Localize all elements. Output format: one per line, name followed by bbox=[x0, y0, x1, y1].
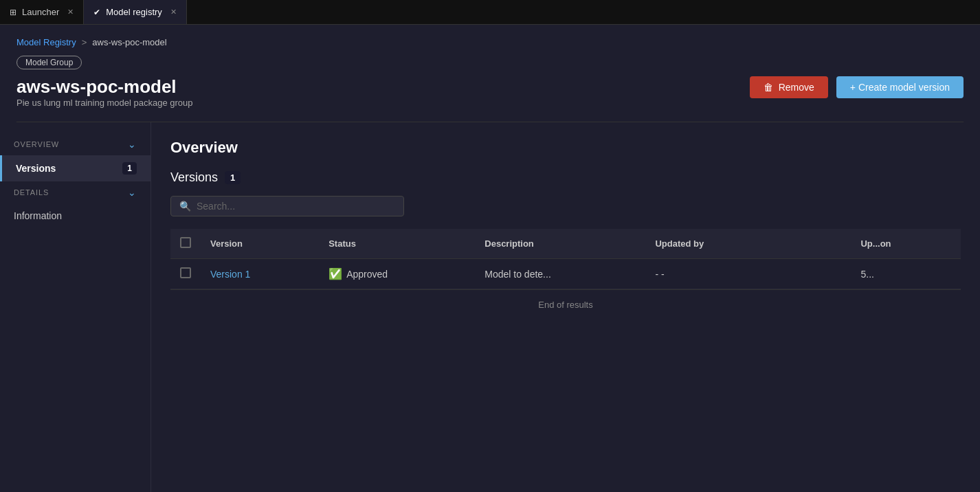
tab-model-registry-close[interactable]: ✕ bbox=[170, 8, 177, 16]
row-version: Version 1 bbox=[201, 259, 319, 289]
create-model-version-button[interactable]: + Create model version bbox=[836, 76, 964, 98]
information-label: Information bbox=[14, 210, 62, 221]
end-of-results: End of results bbox=[170, 289, 961, 320]
page-description: Pie us lung ml training model package gr… bbox=[16, 98, 193, 108]
sidebar-section-details[interactable]: DETAILS ⌄ bbox=[0, 181, 151, 203]
main-area: Model Registry > aws-ws-poc-model Model … bbox=[0, 25, 980, 492]
versions-heading: Versions 1 bbox=[170, 170, 961, 185]
search-bar[interactable]: 🔍 bbox=[170, 196, 404, 216]
row-checkbox[interactable] bbox=[180, 267, 191, 278]
version-link[interactable]: Version 1 bbox=[210, 269, 250, 280]
remove-button[interactable]: 🗑 Remove bbox=[750, 76, 828, 98]
versions-count-badge: 1 bbox=[225, 171, 241, 184]
breadcrumb-current: aws-ws-poc-model bbox=[92, 37, 166, 47]
col-status: Status bbox=[319, 229, 475, 259]
row-checkbox-cell[interactable] bbox=[170, 259, 201, 289]
model-registry-icon: ✔ bbox=[93, 8, 100, 17]
tab-model-registry[interactable]: ✔ Model registry ✕ bbox=[84, 0, 187, 24]
overview-section-label: OVERVIEW bbox=[14, 140, 59, 148]
row-updated-by: - - bbox=[645, 259, 851, 289]
create-label: + Create model version bbox=[850, 82, 950, 93]
sidebar-item-information[interactable]: Information bbox=[0, 203, 151, 228]
details-chevron-icon: ⌄ bbox=[128, 187, 137, 198]
main-content: Overview Versions 1 🔍 Version Status bbox=[151, 122, 980, 492]
row-status: ✅ Approved bbox=[319, 259, 475, 289]
content-layout: OVERVIEW ⌄ Versions 1 DETAILS ⌄ Informat… bbox=[0, 122, 980, 492]
trash-icon: 🗑 bbox=[764, 82, 773, 93]
search-input[interactable] bbox=[197, 201, 395, 212]
col-version: Version bbox=[201, 229, 319, 259]
tab-launcher-close[interactable]: ✕ bbox=[67, 8, 74, 16]
launcher-icon: ⊞ bbox=[10, 8, 16, 17]
model-group-badge: Model Group bbox=[16, 56, 82, 69]
tab-launcher[interactable]: ⊞ Launcher ✕ bbox=[0, 0, 84, 24]
versions-table: Version Status Description Updated by Up… bbox=[170, 229, 961, 289]
details-section-label: DETAILS bbox=[14, 188, 49, 197]
title-area: Model Group aws-ws-poc-model Pie us lung… bbox=[16, 56, 193, 119]
breadcrumb-link[interactable]: Model Registry bbox=[16, 37, 76, 47]
row-description: Model to dete... bbox=[475, 259, 645, 289]
breadcrumb: Model Registry > aws-ws-poc-model bbox=[16, 37, 964, 47]
status-label: Approved bbox=[346, 269, 388, 280]
tab-launcher-label: Launcher bbox=[22, 7, 59, 17]
remove-label: Remove bbox=[779, 82, 814, 93]
select-all-header[interactable] bbox=[170, 229, 201, 259]
versions-heading-label: Versions bbox=[170, 170, 218, 185]
overview-chevron-icon: ⌄ bbox=[128, 139, 137, 150]
search-icon: 🔍 bbox=[179, 201, 191, 212]
sidebar: OVERVIEW ⌄ Versions 1 DETAILS ⌄ Informat… bbox=[0, 122, 151, 492]
select-all-checkbox[interactable] bbox=[180, 237, 191, 248]
tab-model-registry-label: Model registry bbox=[106, 7, 162, 17]
page-header: Model Registry > aws-ws-poc-model Model … bbox=[0, 25, 980, 122]
sidebar-item-versions[interactable]: Versions 1 bbox=[0, 155, 151, 181]
page-title-row: Model Group aws-ws-poc-model Pie us lung… bbox=[16, 56, 964, 119]
row-updated-on: 5... bbox=[851, 259, 961, 289]
tab-bar: ⊞ Launcher ✕ ✔ Model registry ✕ bbox=[0, 0, 980, 25]
col-updated-by: Updated by bbox=[645, 229, 851, 259]
breadcrumb-separator: > bbox=[82, 37, 87, 47]
versions-nav-badge: 1 bbox=[122, 162, 137, 175]
table-header-row: Version Status Description Updated by Up… bbox=[170, 229, 961, 259]
page-title: aws-ws-poc-model bbox=[16, 76, 193, 98]
versions-nav-label: Versions bbox=[16, 163, 56, 174]
table-body: Version 1 ✅ Approved Model to dete... - … bbox=[170, 259, 961, 289]
approved-icon: ✅ bbox=[328, 267, 342, 280]
table-header: Version Status Description Updated by Up… bbox=[170, 229, 961, 259]
status-approved: ✅ Approved bbox=[328, 267, 465, 280]
col-updated-on: Up...on bbox=[851, 229, 961, 259]
col-description: Description bbox=[475, 229, 645, 259]
action-buttons: 🗑 Remove + Create model version bbox=[750, 76, 964, 98]
overview-section-title: Overview bbox=[170, 139, 961, 157]
table-row: Version 1 ✅ Approved Model to dete... - … bbox=[170, 259, 961, 289]
sidebar-section-overview[interactable]: OVERVIEW ⌄ bbox=[0, 133, 151, 155]
